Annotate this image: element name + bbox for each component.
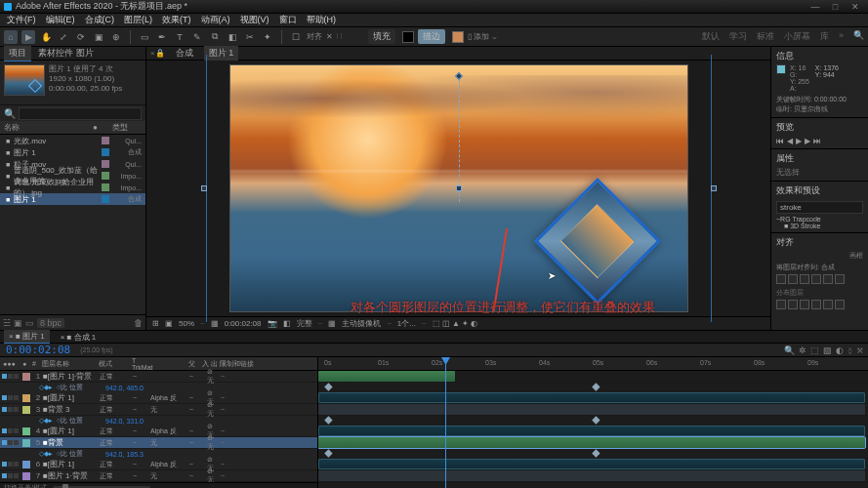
workspace-standard[interactable]: 标准: [757, 30, 774, 43]
tlh-parent[interactable]: 父: [186, 359, 199, 369]
menu-window[interactable]: 窗口: [276, 14, 300, 26]
layer-bar[interactable]: [318, 371, 455, 382]
fx-item[interactable]: ■ 3D Stroke: [776, 223, 863, 229]
dist-6-icon[interactable]: [835, 300, 845, 309]
tl-search-icon[interactable]: 🔍: [784, 346, 795, 355]
prev-frame-icon[interactable]: ◀: [787, 137, 793, 145]
text-tool-icon[interactable]: T: [173, 30, 186, 44]
puppet-tool-icon[interactable]: ✦: [261, 30, 274, 44]
keyframe-diamond[interactable]: [592, 416, 599, 424]
timeline-layer[interactable]: 3■背景 3正常~无~⊘ 无~: [0, 404, 317, 416]
workspace-more-icon[interactable]: »: [839, 30, 844, 43]
workspace-lib[interactable]: 库: [820, 30, 829, 43]
vf-mask-icon[interactable]: ◧: [283, 319, 291, 328]
menu-file[interactable]: 文件(F): [4, 14, 39, 26]
layer-bar[interactable]: [318, 437, 865, 448]
align-hcenter-icon[interactable]: [788, 274, 798, 284]
timeline-layer[interactable]: 5■背景正常~无~⊘ 无~: [0, 437, 317, 449]
composition-canvas[interactable]: ➤: [229, 64, 688, 312]
tl-graph-icon[interactable]: ⎀: [847, 346, 852, 355]
stamp-tool-icon[interactable]: ⧉: [208, 30, 222, 44]
project-search-input[interactable]: [19, 107, 142, 120]
tl-shy-icon[interactable]: ⬚: [810, 346, 819, 355]
keyframe-diamond[interactable]: [592, 383, 599, 390]
col-label[interactable]: ●: [93, 123, 112, 132]
proj-newbin-icon[interactable]: ▣: [14, 318, 22, 328]
proj-interpret-icon[interactable]: ☱: [3, 318, 11, 328]
goto-start-icon[interactable]: ⏮: [776, 137, 784, 145]
tab-footage-ctrl[interactable]: 素材控件 图片: [33, 46, 99, 61]
composition-viewer[interactable]: ➤ 对各个圆形图层的位置进行调整，使它们有重叠的效果: [146, 61, 770, 316]
dist-3-icon[interactable]: [800, 300, 809, 309]
dist-1-icon[interactable]: [776, 300, 786, 309]
viewer-zoom[interactable]: 50%: [179, 319, 194, 328]
timeline-layer[interactable]: 7■图片 1·背景正常~无~⊘ 无~: [0, 470, 317, 482]
viewer-lock-icon[interactable]: ×🔒: [150, 49, 165, 58]
tl-comp-icon[interactable]: ✲: [799, 346, 806, 355]
rect-tool-icon[interactable]: ▭: [138, 30, 151, 44]
viewer-resolution[interactable]: 完整: [297, 318, 312, 329]
timeline-layer[interactable]: 6■[图片 1]正常~Alpha 反~⊘ 无~: [0, 459, 317, 470]
workspace-learn[interactable]: 学习: [729, 30, 747, 43]
fill-label[interactable]: 填充: [368, 29, 395, 44]
project-item[interactable]: ■光效.movQui...: [0, 135, 145, 146]
home-tool-icon[interactable]: ⌂: [4, 30, 18, 44]
close-button[interactable]: ✕: [847, 2, 864, 12]
menu-anim[interactable]: 动画(A): [198, 14, 233, 26]
brush-tool-icon[interactable]: ✎: [190, 30, 204, 44]
search-help-icon[interactable]: 🔍: [853, 30, 864, 43]
proj-trash-icon[interactable]: 🗑: [134, 318, 143, 328]
snap-toggle-icon[interactable]: ☐: [289, 30, 303, 44]
timeline-tab-1[interactable]: × ■ 图片 1: [4, 330, 50, 344]
pen-tool-icon[interactable]: ✒: [155, 30, 169, 44]
menu-effect[interactable]: 效果(T): [159, 14, 194, 26]
layer-bar[interactable]: [318, 470, 865, 481]
tlh-name[interactable]: 图层名称: [39, 359, 96, 369]
align-vcenter-icon[interactable]: [823, 274, 833, 284]
timeline-layer[interactable]: 2■[圆片 1]正常~Alpha 反~⊘ 无~: [0, 392, 317, 404]
menu-view[interactable]: 视图(V): [237, 14, 272, 26]
dist-4-icon[interactable]: [811, 300, 821, 309]
roto-tool-icon[interactable]: ✂: [243, 30, 257, 44]
keyframe-diamond[interactable]: [592, 449, 599, 457]
tl-mblur-icon[interactable]: ◐: [836, 346, 844, 355]
tl-frame-blend-icon[interactable]: ▧: [823, 346, 832, 355]
rotate-tool-icon[interactable]: ⟳: [74, 30, 88, 44]
dist-2-icon[interactable]: [788, 300, 798, 309]
hand-tool-icon[interactable]: ✋: [39, 30, 53, 44]
fx-group[interactable]: ~RG Trapcode: [776, 216, 863, 223]
workspace-default[interactable]: 默认: [702, 30, 720, 43]
tab-project[interactable]: 项目: [4, 46, 31, 61]
align-top-icon[interactable]: [811, 274, 821, 284]
anchor-tool-icon[interactable]: ⊕: [109, 30, 123, 44]
workspace-small[interactable]: 小屏幕: [784, 30, 810, 43]
playhead[interactable]: [445, 357, 446, 488]
tlh-mode[interactable]: 模式: [96, 359, 129, 369]
proj-newcomp-icon[interactable]: ▭: [25, 318, 34, 328]
tl-snap-icon[interactable]: ⤱: [856, 346, 864, 355]
project-list[interactable]: ■光效.movQui...■图片 1合成■粒子.movQui...■普通阴_50…: [0, 135, 145, 314]
tab-compimg[interactable]: 图片 1: [204, 46, 239, 61]
timeline-layer[interactable]: 1■[图片 1]·背景正常~~⊘ 无~: [0, 371, 317, 383]
layer-bar[interactable]: [318, 426, 865, 436]
keyframe-diamond[interactable]: [324, 416, 332, 424]
stroke-label[interactable]: 描边: [418, 29, 445, 44]
layer-property[interactable]: ◇◆▸○比 位置942.0, 485.0: [0, 383, 317, 392]
menu-comp[interactable]: 合成(C): [82, 14, 118, 26]
time-ruler[interactable]: 0s01s02s03s04s05s06s07s08s09s: [318, 357, 868, 371]
vf-3d-icon[interactable]: ⬚ ◫ ▲ ✦ ◐: [433, 319, 478, 328]
menu-edit[interactable]: 编辑(E): [43, 14, 78, 26]
vf-grid-icon[interactable]: ▦: [328, 319, 336, 328]
eraser-tool-icon[interactable]: ◧: [226, 30, 239, 44]
viewer-views[interactable]: 1个...: [397, 318, 416, 329]
stroke-swatch[interactable]: [452, 31, 464, 43]
camera-tool-icon[interactable]: ▣: [92, 30, 105, 44]
layer-bar[interactable]: [318, 459, 865, 469]
align-bottom-icon[interactable]: [835, 274, 845, 284]
vf-res-icon[interactable]: ▣: [165, 319, 173, 328]
project-item[interactable]: ■图片 1合成: [0, 193, 145, 205]
vf-cam-icon[interactable]: 📷: [268, 319, 277, 328]
project-item[interactable]: ■调色 光束效（给企业用的）.jpgImpo...: [0, 182, 145, 193]
menu-help[interactable]: 帮助(H): [304, 14, 340, 26]
current-timecode[interactable]: 0:00:02:08: [0, 344, 76, 356]
